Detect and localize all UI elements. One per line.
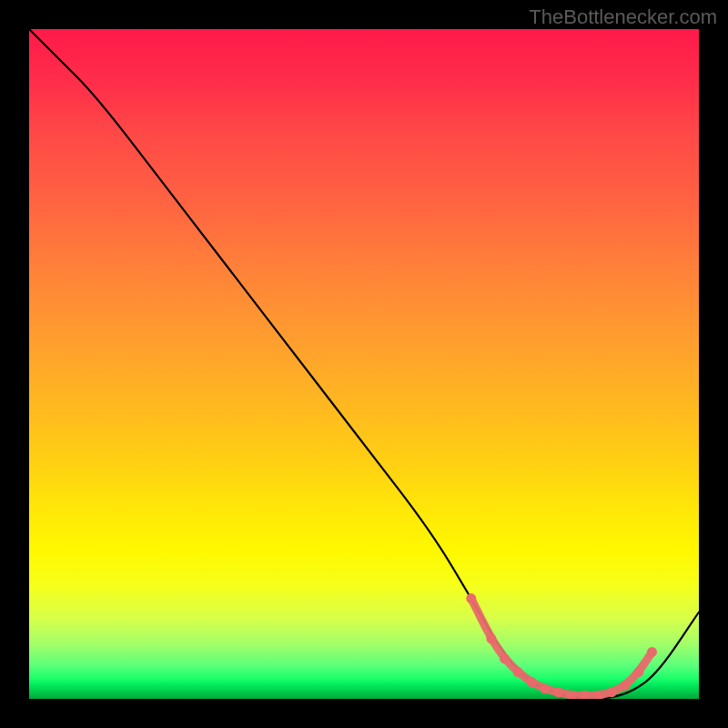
curve-marker-dot [513,667,523,677]
chart-plot-area [29,29,699,699]
curve-marker-dot [553,687,563,697]
curve-marker-dot [647,647,657,657]
curve-marker-dot [500,653,510,663]
chart-svg [29,29,699,699]
bottleneck-curve [29,29,699,699]
curve-marker-dot [527,677,537,687]
curve-marker-dot [607,687,617,697]
curve-marker-dot [486,633,496,643]
curve-marker-dot [633,667,643,677]
curve-marker-dot [621,681,631,691]
watermark-label: TheBottlenecker.com [529,5,717,29]
curve-marker-dot [540,683,550,693]
curve-marker-dot [466,593,476,603]
